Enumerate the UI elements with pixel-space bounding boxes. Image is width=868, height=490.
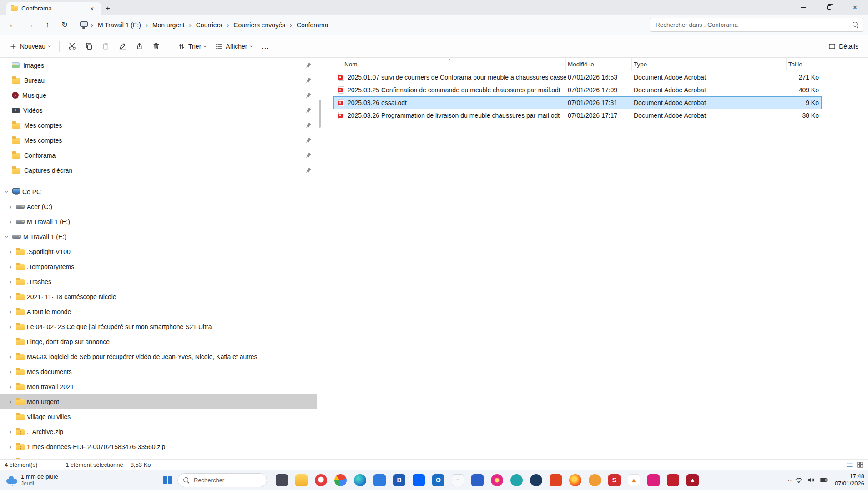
tree-item[interactable]: ._Archive.zip [0,424,317,439]
maximize-button[interactable] [816,0,842,15]
sidebar-pinned-item[interactable]: Bureau [0,73,317,88]
breadcrumb-item[interactable]: Courriers [193,19,226,31]
copy-button[interactable] [81,39,97,53]
expander-chevron-icon[interactable] [7,204,14,210]
explorer-tab[interactable]: Conforama × [6,2,101,15]
new-tab-button[interactable]: + [101,2,115,15]
expander-chevron-icon[interactable] [7,219,14,225]
tree-item[interactable]: Ce PC [0,184,317,199]
taskbar-app-office-hub[interactable] [471,474,484,486]
weather-widget[interactable]: 1 mm de pluie Jeudi [4,470,61,490]
expander-chevron-icon[interactable] [7,399,14,405]
taskbar-search-input[interactable] [193,476,275,484]
expander-chevron-icon[interactable] [7,249,14,255]
taskbar-search[interactable] [177,473,267,487]
sidebar-scrollbar[interactable] [317,58,323,459]
taskbar-app-adobe-cc[interactable] [550,474,562,486]
search-input[interactable] [655,21,853,29]
taskbar-app-sublime-s[interactable]: S [608,474,621,486]
taskbar-app-firefox[interactable] [569,474,581,486]
sidebar-pinned-item[interactable]: Musique [0,88,317,103]
tree-item[interactable]: 1 mes-donnees-EDF 2-007021583476-33560.z… [0,439,317,454]
show-hidden-icons-chevron[interactable]: › [785,479,793,481]
column-header-type[interactable]: Type [631,58,786,71]
expander-chevron-icon[interactable] [7,309,14,315]
up-button[interactable]: ↑ [39,17,56,33]
sidebar-pinned-item[interactable]: Conforama [0,148,317,163]
wifi-icon[interactable] [795,477,802,483]
taskbar-app-alarms[interactable] [510,474,523,486]
column-header-modified[interactable]: Modifié le [565,58,631,71]
paste-button[interactable] [98,39,114,53]
expander-chevron-icon[interactable] [4,234,10,240]
tree-item[interactable]: 1 mes-donnees-EDF-007021583476-33560.zip [0,454,317,459]
tree-item[interactable]: Mes documents [0,364,317,379]
column-header-size[interactable]: Taille [786,58,822,71]
taskbar-app-outlook[interactable]: O [432,474,444,486]
rename-button[interactable] [115,39,131,53]
file-row[interactable]: 2025.03.26 Programmation de livraison du… [333,109,822,122]
expander-chevron-icon[interactable] [7,384,14,390]
taskbar-app-notepad[interactable]: ≡ [452,474,464,486]
breadcrumb-item[interactable]: Mon urgent [149,19,188,31]
taskbar-app-acrobat[interactable]: ▲ [686,474,699,486]
view-button[interactable]: Afficher › [211,40,256,53]
taskbar-app-bing[interactable]: B [393,474,405,486]
file-row[interactable]: 2025.03.25 Confirmation de commande du m… [333,84,822,96]
taskbar-app-dropbox[interactable] [413,474,425,486]
taskbar-app-chrome[interactable] [334,474,347,486]
tree-item[interactable]: Acer (C:) [0,199,317,214]
expander-chevron-icon[interactable] [4,189,10,195]
forward-button[interactable]: → [22,17,38,33]
sidebar-pinned-item[interactable]: Mes comptes [0,133,317,148]
file-row[interactable]: 2025.03.26 essai.odt 07/01/2026 17:31 Do… [333,96,822,109]
details-pane-button[interactable]: Détails [824,40,863,53]
large-icons-view-toggle-icon[interactable] [857,461,863,468]
tree-item[interactable]: Village ou villes [0,409,317,424]
tree-item[interactable]: A tout le monde [0,304,317,319]
cut-button[interactable] [64,39,80,53]
taskbar-app-file-explorer[interactable] [295,474,308,486]
taskbar-app-opera[interactable] [315,474,327,486]
start-button[interactable] [158,471,177,489]
sidebar-pinned-item[interactable]: Images [0,58,317,73]
more-button[interactable]: … [257,41,273,52]
breadcrumb-item[interactable]: Conforama [293,19,331,31]
tree-item[interactable]: Mon travail 2021 [0,379,317,394]
back-button[interactable]: ← [5,17,21,33]
expander-chevron-icon[interactable] [7,459,14,460]
tree-item[interactable]: .Spotlight-V100 [0,244,317,259]
expander-chevron-icon[interactable] [7,279,14,285]
expander-chevron-icon[interactable] [7,264,14,270]
tree-item[interactable]: Linge, dont drap sur annonce [0,334,317,349]
tree-item[interactable]: .TemporaryItems [0,259,317,274]
tree-item[interactable]: MAGIX logiciel de Seb pour récupérer vid… [0,349,317,364]
battery-icon[interactable] [820,477,828,483]
taskbar-app-photos[interactable] [491,474,503,486]
expander-chevron-icon[interactable] [7,429,14,435]
taskbar-app-acrobat-reader[interactable] [667,474,679,486]
expander-chevron-icon[interactable] [7,324,14,330]
share-button[interactable] [131,39,147,53]
sidebar-pinned-item[interactable]: Captures d'écran [0,163,317,178]
taskbar-app-media-player[interactable] [276,474,288,486]
tree-item[interactable]: M Travail 1 (E:) [0,214,317,229]
minimize-button[interactable] [790,0,816,15]
sort-button[interactable]: Trier › [174,40,210,53]
tree-item[interactable]: Mon urgent [0,394,317,409]
expander-chevron-icon[interactable] [7,369,14,375]
taskbar-app-edge[interactable] [354,474,366,486]
taskbar-app-vlc[interactable]: ▲ [628,474,640,486]
refresh-button[interactable]: ↻ [56,17,73,33]
details-view-toggle-icon[interactable] [846,461,853,468]
breadcrumb-item[interactable]: M Travail 1 (E:) [95,19,144,31]
tree-item[interactable]: M Travail 1 (E:) [0,229,317,244]
sidebar-pinned-item[interactable]: Mes comptes [0,118,317,133]
breadcrumb-item[interactable]: Courriers envoyés [230,19,288,31]
volume-icon[interactable] [807,477,815,483]
clock-widget[interactable]: 17:48 07/01/2026 [835,473,864,487]
close-button[interactable]: × [842,0,868,15]
file-row[interactable]: 2025.01.07 suivi de courriers de Confora… [333,71,822,84]
tree-item[interactable]: Le 04· 02· 23 Ce que j'ai récupéré sur m… [0,319,317,334]
sidebar-pinned-item[interactable]: Vidéos [0,103,317,118]
